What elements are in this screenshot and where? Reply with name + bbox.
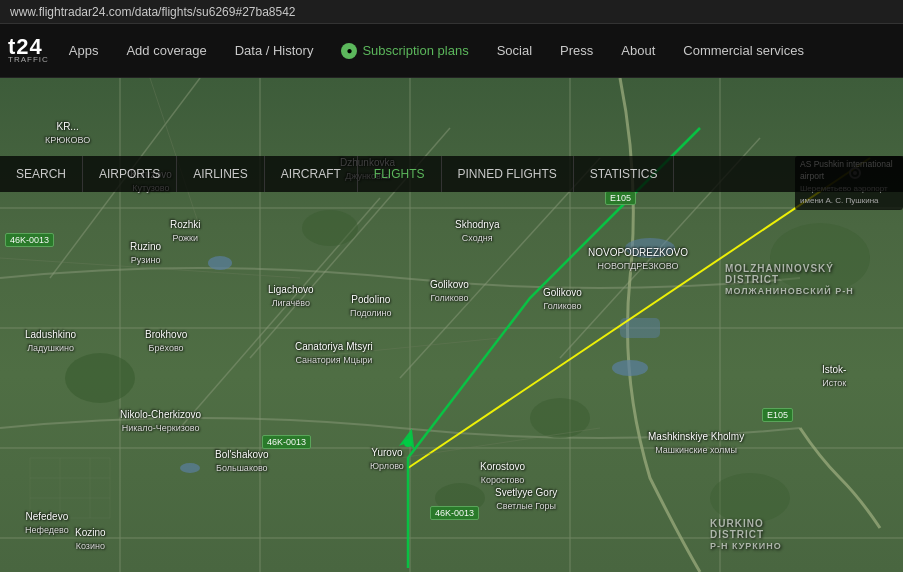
place-ruzino: RuzinoРузино <box>130 240 161 267</box>
sec-nav-airlines[interactable]: AIRLINES <box>177 156 265 192</box>
svg-point-15 <box>612 360 648 376</box>
svg-point-22 <box>710 473 790 523</box>
district-molzhaninovský: MOLZHANINOVSKÝDISTRICTМОЛЖАНИНОВСКИЙ Р-Н <box>725 263 854 296</box>
subscription-label: Subscription plans <box>362 43 468 58</box>
sec-nav-pinned-flights[interactable]: PINNED FLIGHTS <box>442 156 574 192</box>
svg-point-21 <box>530 398 590 438</box>
svg-point-19 <box>65 353 135 403</box>
nav-add-coverage[interactable]: Add coverage <box>112 24 220 78</box>
subscription-icon: ● <box>341 43 357 59</box>
logo: t24 TRAFFIC <box>8 38 49 64</box>
place-brokhovo: BrokhovoБрёхово <box>145 328 187 355</box>
place-golikovo2: GolikovoГоликово <box>543 286 582 313</box>
road-badge-46k-0013-2: 46K-0013 <box>262 435 311 449</box>
logo-sub: TRAFFIC <box>8 56 49 64</box>
place-nikolo-cherkizovo: Nikolo-CherkizovoНикало-Черкизово <box>120 408 201 435</box>
place-sanatoriya: Canatoriya MtsyriСанатория Мцыри <box>295 340 373 367</box>
place-novopodrezkovo: NOVOPODREZKOVOНОВОПДРЕЗКОВО <box>588 246 688 273</box>
place-svetlyye-gory: Svetlyye GoryСветлые Горы <box>495 486 557 513</box>
road-badge-e105-1: E105 <box>605 191 636 205</box>
district-kurkino: KURKINODISTRICTР-Н КУРКИНО <box>710 518 782 551</box>
nav-data-history[interactable]: Data / History <box>221 24 328 78</box>
sec-nav-aircraft[interactable]: AIRCRAFT <box>265 156 358 192</box>
svg-point-16 <box>180 463 200 473</box>
secondary-nav: SEARCH AIRPORTS AIRLINES AIRCRAFT FLIGHT… <box>0 156 903 192</box>
svg-line-29 <box>150 78 200 228</box>
nav-apps[interactable]: Apps <box>55 24 113 78</box>
place-istok: Istok-Исток <box>822 363 846 390</box>
place-mashkinskiye: Mashkinskiye KholmyМашкинские холмы <box>648 430 744 457</box>
road-badge-46k-0013-3: 46K-0013 <box>430 506 479 520</box>
place-skhodnya: SkhodnyaСходня <box>455 218 499 245</box>
place-yurovo: YurovoЮрлово <box>370 446 404 473</box>
nav-social[interactable]: Social <box>483 24 546 78</box>
svg-rect-32 <box>30 458 110 518</box>
place-korostovo: KorostovoКоростово <box>480 460 525 487</box>
url-bar: www.flightradar24.com/data/flights/su626… <box>0 0 903 24</box>
map-area[interactable]: SEARCH AIRPORTS AIRLINES AIRCRAFT FLIGHT… <box>0 78 903 572</box>
place-kozino: KozinoКозино <box>75 526 106 553</box>
svg-point-20 <box>302 210 358 246</box>
nav-commercial[interactable]: Commercial services <box>669 24 818 78</box>
sec-nav-airports[interactable]: AIRPORTS <box>83 156 177 192</box>
place-rozhki: RozhkiРожки <box>170 218 201 245</box>
top-nav: t24 TRAFFIC Apps Add coverage Data / His… <box>0 24 903 78</box>
flight-path-svg <box>0 78 903 572</box>
sec-nav-statistics[interactable]: STATISTICS <box>574 156 675 192</box>
place-krukovo: KR...КРЮКОВО <box>45 120 90 147</box>
place-podolino: PodolinoПодолино <box>350 293 392 320</box>
place-nefedevo: NefedevoНефедево <box>25 510 69 537</box>
sec-nav-flights[interactable]: FLIGHTS <box>358 156 442 192</box>
svg-point-27 <box>404 439 412 447</box>
place-golikovo1: GolikovoГоликово <box>430 278 469 305</box>
sec-nav-search[interactable]: SEARCH <box>0 156 83 192</box>
nav-press[interactable]: Press <box>546 24 607 78</box>
road-badge-e105-2: E105 <box>762 408 793 422</box>
road-badge-46k-0013-1: 46K-0013 <box>5 233 54 247</box>
place-ligachovo: LigachovoЛигачёво <box>268 283 314 310</box>
url-text: www.flightradar24.com/data/flights/su626… <box>10 5 296 19</box>
place-ladushkino: LadushkinoЛадушкино <box>25 328 76 355</box>
nav-subscription-plans[interactable]: ● Subscription plans <box>327 24 482 78</box>
place-bolshakovo: Bol'shakovoБольшаково <box>215 448 269 475</box>
svg-point-14 <box>208 256 232 270</box>
nav-about[interactable]: About <box>607 24 669 78</box>
